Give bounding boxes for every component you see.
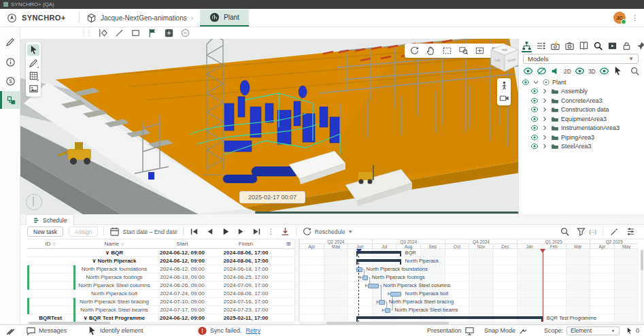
orbit-icon[interactable] [409, 46, 420, 56]
chevron-right-icon[interactable] [541, 105, 549, 114]
task-cell-id[interactable] [27, 290, 73, 298]
gantt-bar-north-piperack-steel-beams[interactable] [385, 308, 391, 313]
task-cell-options[interactable] [282, 257, 294, 265]
task-cell-finish[interactable]: 2024-08-06, 17:00 [209, 290, 282, 298]
column-header-start[interactable]: Start [155, 239, 209, 249]
paint-tool[interactable] [27, 57, 39, 69]
task-cell-finish[interactable]: 2024-06-18, 17:00 [209, 265, 282, 273]
visibility-eye-icon[interactable] [530, 105, 539, 114]
retry-link[interactable]: Retry [246, 327, 261, 334]
task-cell-start[interactable]: 2024-06-12, 09:00 [155, 249, 209, 257]
step-forward-icon[interactable] [236, 226, 246, 237]
task-cell-start[interactable]: 2024-07-17, 09:00 [155, 306, 209, 314]
sidebar-item-info[interactable] [0, 53, 20, 71]
gantt-chart[interactable]: Q2 2024Q3 2024Q4 2024Q1 2025Q2 2025AprMa… [299, 239, 644, 322]
wand-icon[interactable] [609, 226, 620, 237]
viewport-splitter-handle[interactable] [255, 212, 518, 214]
gantt-bar-bqr-test-programme[interactable] [356, 316, 542, 319]
header-kebab-menu-icon[interactable]: ⋮ [631, 14, 639, 22]
select-window-icon[interactable] [442, 46, 452, 56]
visibility-eye-icon[interactable] [530, 87, 539, 95]
add-box-icon[interactable] [164, 28, 174, 38]
task-cell-finish[interactable]: 2024-07-09, 17:00 [209, 282, 282, 290]
data-date-line-marker[interactable] [356, 249, 362, 253]
app-logo[interactable]: SYNCHRO+ [0, 13, 72, 23]
task-cell-finish[interactable]: 2024-06-25, 17:00 [209, 273, 282, 282]
compass-icon[interactable] [26, 194, 42, 210]
gantt-bar-north-piperack-steel-bracing[interactable] [379, 300, 384, 305]
task-cell-name[interactable]: ∨ BQR [73, 249, 155, 257]
tree-search-icon[interactable] [630, 66, 640, 76]
column-header-id[interactable]: ID▽ [27, 239, 73, 249]
task-cell-id[interactable] [27, 249, 73, 257]
messages-button[interactable]: Messages [26, 326, 67, 336]
tree-item-equipmentarea3[interactable]: EquipmentArea3 [522, 114, 642, 124]
date-range-picker[interactable]: Start date – End date [109, 226, 177, 237]
sidebar-item-markup[interactable] [0, 33, 20, 50]
grid-tool[interactable] [27, 70, 39, 82]
visibility-eye-icon[interactable] [530, 97, 539, 105]
new-task-button[interactable]: New task [27, 226, 63, 237]
skip-to-start-icon[interactable] [189, 226, 199, 237]
focus-date-line-marker[interactable] [540, 249, 545, 253]
zoom-fit-icon[interactable] [475, 46, 485, 56]
filter-icon[interactable]: ▽ [52, 241, 56, 246]
sidebar-item-models[interactable] [0, 91, 20, 109]
column-header-name[interactable]: Name▽ [73, 239, 155, 249]
task-cell-finish[interactable]: 2024-07-16, 17:00 [209, 298, 282, 306]
gantt-bar-north-piperack-steel-columns[interactable] [368, 284, 379, 288]
select-visibility-cursor-icon[interactable] [613, 66, 623, 76]
gantt-bar-north-piperack-footings[interactable] [362, 275, 368, 280]
tree-item-concretearea3[interactable]: ConcreteArea3 [522, 96, 642, 105]
task-cell-options[interactable] [282, 306, 294, 314]
camera-record-icon[interactable] [499, 93, 509, 103]
visibility-eye-icon[interactable] [530, 133, 539, 141]
schedule-search-icon[interactable] [560, 226, 570, 237]
presentation-toggle[interactable]: Presentation [427, 326, 475, 336]
task-cell-name[interactable]: North Piperack bolt [73, 290, 155, 298]
task-cell-finish[interactable]: 2024-07-23, 17:00 [209, 306, 282, 314]
camera-tab[interactable] [564, 41, 575, 52]
visibility-eye-icon[interactable] [530, 142, 539, 150]
snap-mode-toggle[interactable]: Snap Mode [484, 326, 528, 336]
task-cell-options[interactable] [282, 298, 294, 306]
task-cell-name[interactable]: North Piperack footings [73, 273, 155, 282]
chevron-down-icon[interactable] [532, 78, 540, 86]
filter-icon[interactable]: ▽ [121, 241, 124, 246]
task-cell-start[interactable]: 2024-06-19, 09:00 [155, 273, 209, 282]
zoom-window-icon[interactable] [458, 46, 469, 56]
task-cell-name[interactable]: ∨ North Piperack [73, 257, 155, 265]
chevron-right-icon[interactable] [541, 124, 549, 132]
table-gantt-splitter[interactable] [294, 239, 299, 322]
models-dropdown[interactable]: Models▼ [523, 54, 639, 64]
tree-item-construction-data[interactable]: Construction data [522, 105, 642, 115]
tree-item-plant[interactable]: Plant [522, 78, 642, 87]
visibility-eye-icon[interactable] [530, 115, 539, 123]
task-cell-name[interactable]: North Piperack Steel beams [73, 306, 155, 314]
task-cell-id[interactable] [27, 282, 73, 290]
task-cell-start[interactable]: 2024-06-26, 09:00 [155, 282, 209, 290]
properties-tab[interactable] [536, 41, 546, 52]
scope-dropdown[interactable]: Element▼ [566, 326, 620, 335]
assign-button[interactable]: Assign [69, 226, 99, 237]
pan-hand-icon[interactable] [426, 46, 436, 56]
animations-tab[interactable] [550, 41, 560, 52]
task-cell-id[interactable] [27, 265, 73, 273]
identify-element-button[interactable]: Identify element [87, 326, 143, 336]
line-tool-icon[interactable] [114, 28, 124, 38]
3d-viewport[interactable]: Top Left Front 2025-02-17 00:07 [20, 39, 518, 214]
visibility-eye-icon[interactable] [530, 124, 539, 132]
skip-to-end-icon[interactable] [252, 226, 262, 237]
task-cell-id[interactable] [27, 257, 73, 265]
task-cell-options[interactable] [282, 290, 294, 298]
task-cell-start[interactable]: 2024-07-10, 09:00 [155, 298, 209, 306]
gantt-bar-north-piperack-bolt[interactable] [390, 292, 401, 297]
2d-eye-icon[interactable] [575, 66, 585, 76]
chevron-right-icon[interactable] [541, 87, 549, 95]
tab-schedule[interactable]: Schedule [26, 214, 74, 225]
walkthrough-person-icon[interactable] [499, 80, 509, 90]
task-cell-options[interactable] [282, 249, 294, 257]
task-cell-options[interactable] [282, 282, 294, 290]
task-cell-finish[interactable]: 2024-08-06, 17:00 [209, 249, 282, 257]
search-tab[interactable] [593, 41, 603, 52]
